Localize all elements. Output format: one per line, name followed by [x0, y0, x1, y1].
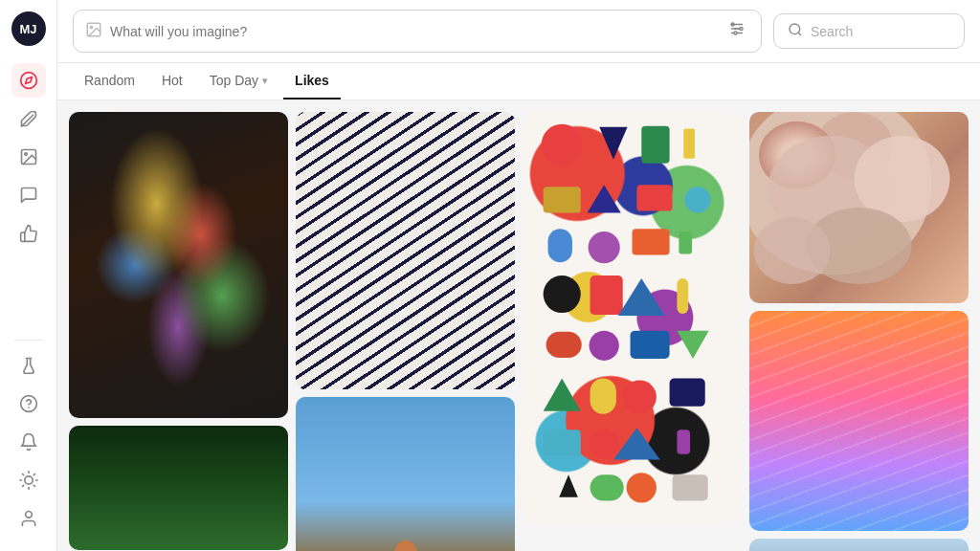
sidebar-divider: [14, 340, 43, 341]
main-search-input[interactable]: [110, 24, 717, 39]
svg-marker-44: [618, 278, 665, 316]
svg-point-24: [734, 32, 737, 34]
svg-rect-48: [631, 331, 670, 359]
svg-marker-35: [588, 185, 621, 212]
svg-marker-49: [677, 331, 708, 359]
tab-top-day-label: Top Day: [210, 73, 258, 88]
svg-point-60: [627, 473, 657, 502]
svg-marker-56: [613, 428, 660, 459]
svg-point-23: [740, 28, 743, 31]
sidebar: MJ: [0, 0, 57, 551]
sidebar-item-profile[interactable]: [11, 501, 46, 536]
masonry-grid: [69, 112, 969, 551]
svg-point-37: [684, 187, 710, 212]
gallery-column-1: [69, 112, 288, 551]
main-search-bar[interactable]: [73, 10, 762, 53]
sidebar-item-sun[interactable]: [11, 463, 46, 497]
tab-top-day[interactable]: Top Day ▾: [198, 63, 279, 99]
svg-rect-40: [633, 229, 670, 254]
svg-point-0: [20, 73, 36, 89]
gallery-column-3: [523, 112, 742, 551]
svg-point-55: [590, 429, 619, 458]
svg-line-29: [798, 33, 801, 35]
sidebar-item-brush[interactable]: [11, 101, 46, 136]
svg-rect-43: [590, 276, 623, 315]
svg-point-18: [90, 26, 92, 28]
tab-random[interactable]: Random: [73, 63, 146, 99]
svg-line-15: [33, 474, 34, 475]
svg-rect-38: [548, 229, 572, 262]
svg-rect-54: [544, 430, 581, 455]
gallery-column-4: [749, 112, 969, 551]
sidebar-item-like[interactable]: [11, 216, 46, 251]
tab-hot[interactable]: Hot: [150, 63, 194, 99]
svg-marker-58: [559, 474, 578, 496]
gallery-image-shapes[interactable]: [523, 112, 742, 523]
svg-rect-32: [641, 126, 669, 164]
svg-rect-36: [636, 185, 672, 210]
tab-random-label: Random: [84, 73, 135, 88]
sidebar-item-help[interactable]: [11, 386, 46, 421]
svg-rect-33: [683, 129, 695, 159]
svg-point-47: [590, 331, 619, 361]
tab-hot-label: Hot: [162, 73, 183, 88]
avatar[interactable]: MJ: [11, 11, 46, 46]
svg-rect-59: [590, 474, 624, 500]
search-icon: [788, 22, 803, 40]
svg-marker-31: [599, 127, 627, 160]
gallery-image-person-rock[interactable]: [296, 397, 515, 551]
svg-point-28: [790, 24, 800, 34]
sidebar-item-compass[interactable]: [11, 63, 46, 98]
svg-rect-45: [677, 278, 688, 314]
svg-rect-51: [590, 379, 616, 414]
svg-point-4: [24, 153, 26, 156]
gallery-image-building[interactable]: [749, 539, 969, 551]
gallery-image-painted-face[interactable]: [69, 112, 288, 418]
svg-point-39: [589, 231, 620, 263]
gallery-image-waves[interactable]: [296, 112, 515, 389]
svg-line-14: [22, 485, 23, 486]
gallery-column-2: [296, 112, 515, 551]
gallery-image-stones[interactable]: [749, 112, 969, 303]
svg-rect-34: [544, 187, 581, 212]
gallery-image-jungle[interactable]: [69, 426, 288, 550]
svg-rect-57: [677, 430, 690, 453]
sidebar-item-flask[interactable]: [11, 348, 46, 383]
svg-rect-41: [679, 231, 692, 253]
svg-point-52: [623, 380, 657, 413]
gallery-image-wavy-color[interactable]: [749, 311, 969, 531]
svg-marker-50: [544, 379, 581, 411]
gallery: [57, 100, 980, 551]
svg-rect-46: [546, 332, 582, 358]
svg-rect-53: [670, 379, 705, 407]
svg-line-10: [22, 474, 23, 475]
header: Search: [57, 0, 980, 63]
side-search-placeholder: Search: [811, 24, 853, 39]
svg-marker-1: [25, 77, 32, 83]
svg-line-11: [33, 485, 34, 486]
svg-point-30: [542, 124, 583, 165]
svg-point-42: [544, 276, 581, 313]
svg-rect-61: [673, 474, 708, 500]
svg-point-65: [754, 217, 831, 284]
sidebar-item-bell[interactable]: [11, 425, 46, 459]
tab-likes-label: Likes: [295, 73, 329, 88]
image-search-icon: [85, 21, 102, 42]
main-content: Search Random Hot Top Day ▾ Likes: [57, 0, 980, 551]
side-search-bar[interactable]: Search: [773, 13, 965, 49]
svg-point-16: [25, 512, 32, 518]
chevron-down-icon: ▾: [262, 75, 268, 87]
svg-point-7: [24, 476, 32, 484]
tab-likes[interactable]: Likes: [283, 63, 341, 99]
filter-button[interactable]: [724, 18, 749, 44]
nav-tabs: Random Hot Top Day ▾ Likes: [57, 63, 980, 100]
sidebar-item-chat[interactable]: [11, 178, 46, 212]
sidebar-item-image[interactable]: [11, 140, 46, 174]
